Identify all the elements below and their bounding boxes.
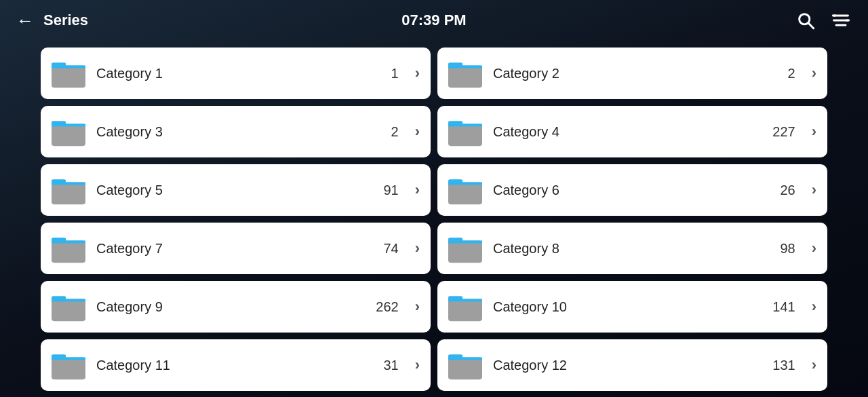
category-count: 131 [772,358,795,373]
chevron-right-icon: › [415,240,420,257]
svg-rect-25 [52,180,66,183]
svg-rect-33 [52,238,66,241]
folder-icon [448,350,482,380]
category-name: Category 12 [493,358,762,373]
category-card-cat-6[interactable]: Category 6 26 › [437,164,827,216]
category-count: 26 [780,183,795,198]
svg-rect-14 [448,65,482,68]
svg-rect-53 [448,355,462,358]
chevron-right-icon: › [812,181,816,199]
folder-icon [448,58,482,88]
svg-rect-17 [52,121,66,124]
svg-rect-50 [52,357,85,360]
search-icon [796,11,815,30]
svg-rect-13 [448,63,462,66]
category-name: Category 9 [96,299,365,315]
category-name: Category 6 [493,183,769,198]
header-time: 07:39 PM [401,12,466,29]
filter-icon [831,11,850,30]
header-title: Series [43,12,88,29]
chevron-right-icon: › [812,64,816,82]
folder-icon [52,292,85,322]
category-name: Category 4 [493,124,762,140]
chevron-right-icon: › [812,240,816,257]
folder-icon [52,175,85,205]
svg-rect-42 [52,299,85,301]
search-button[interactable] [795,10,816,31]
category-name: Category 8 [493,241,769,257]
folder-icon [52,58,85,88]
svg-rect-41 [52,297,66,299]
svg-line-1 [808,23,814,29]
svg-rect-21 [448,121,462,124]
category-name: Category 10 [493,299,762,315]
category-card-cat-7[interactable]: Category 7 74 › [41,223,431,274]
chevron-right-icon: › [415,64,420,82]
folder-icon [448,117,482,147]
chevron-right-icon: › [415,356,420,374]
chevron-right-icon: › [812,298,816,316]
filter-button[interactable] [830,10,852,31]
app-header: ← Series 07:39 PM [0,0,868,41]
category-card-cat-11[interactable]: Category 11 31 › [41,339,431,391]
category-count: 141 [772,299,795,315]
svg-rect-26 [52,182,85,185]
category-card-cat-9[interactable]: Category 9 262 › [41,281,431,333]
category-card-cat-10[interactable]: Category 10 141 › [437,281,827,333]
svg-rect-54 [448,357,482,360]
category-grid: Category 1 1 › Category 2 2 › [0,41,868,391]
folder-icon [448,175,482,205]
category-card-cat-1[interactable]: Category 1 1 › [41,48,431,99]
folder-icon [52,350,85,380]
svg-rect-9 [52,63,66,66]
category-name: Category 3 [96,124,380,140]
folder-icon [448,292,482,322]
chevron-right-icon: › [812,123,816,140]
category-count: 262 [376,299,398,315]
category-count: 98 [780,241,795,257]
category-count: 31 [383,358,398,373]
category-card-cat-8[interactable]: Category 8 98 › [437,223,827,274]
category-name: Category 11 [96,358,372,373]
category-count: 74 [383,241,398,257]
chevron-right-icon: › [415,123,420,140]
svg-rect-10 [52,65,85,68]
category-name: Category 1 [96,66,380,81]
chevron-right-icon: › [415,298,420,316]
header-right [795,10,852,31]
back-button[interactable]: ← [16,12,34,29]
svg-rect-22 [448,124,482,126]
category-count: 2 [391,124,399,140]
chevron-right-icon: › [812,356,816,374]
svg-rect-46 [448,299,482,301]
category-name: Category 5 [96,183,372,198]
category-card-cat-5[interactable]: Category 5 91 › [41,164,431,216]
svg-rect-37 [448,238,462,241]
svg-rect-18 [52,124,85,126]
category-card-cat-4[interactable]: Category 4 227 › [437,106,827,157]
category-count: 1 [391,66,399,81]
folder-icon [448,233,482,263]
category-count: 2 [788,66,795,81]
category-name: Category 7 [96,241,372,257]
chevron-right-icon: › [415,181,420,199]
category-card-cat-12[interactable]: Category 12 131 › [437,339,827,391]
category-card-cat-2[interactable]: Category 2 2 › [437,48,827,99]
svg-rect-45 [448,297,462,299]
header-left: ← Series [16,12,88,29]
category-count: 91 [383,183,398,198]
svg-rect-38 [448,240,482,243]
svg-rect-29 [448,180,462,183]
folder-icon [52,117,85,147]
category-card-cat-3[interactable]: Category 3 2 › [41,106,431,157]
svg-rect-30 [448,182,482,185]
folder-icon [52,233,85,263]
svg-rect-34 [52,240,85,243]
category-count: 227 [772,124,795,140]
category-name: Category 2 [493,66,777,81]
svg-rect-49 [52,355,66,358]
